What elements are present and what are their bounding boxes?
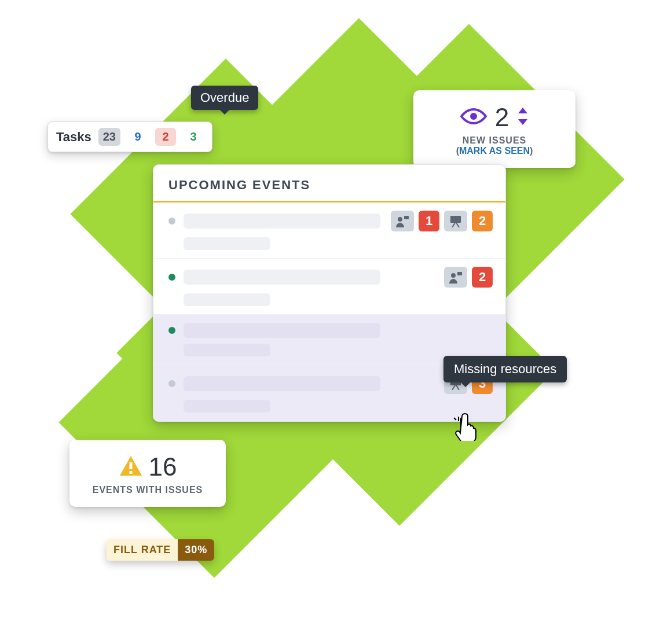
svg-rect-8 bbox=[129, 471, 132, 474]
sort-arrows-icon[interactable] bbox=[517, 106, 529, 128]
tasks-card[interactable]: Tasks 23 9 2 3 bbox=[47, 122, 212, 152]
status-dot bbox=[168, 327, 175, 334]
tasks-label: Tasks bbox=[56, 130, 91, 145]
eye-icon bbox=[460, 107, 487, 128]
event-row[interactable]: 2 bbox=[153, 259, 505, 315]
easel-icon[interactable] bbox=[444, 211, 467, 231]
fill-rate-label: FILL RATE bbox=[107, 539, 178, 561]
fill-rate-badge[interactable]: FILL RATE 30% bbox=[107, 539, 214, 561]
resource-badge-count: 2 bbox=[472, 211, 493, 231]
svg-point-1 bbox=[398, 217, 402, 222]
event-row[interactable]: 1 2 bbox=[153, 203, 505, 259]
tasks-count-green[interactable]: 3 bbox=[183, 128, 204, 146]
overdue-tooltip: Overdue bbox=[191, 86, 258, 110]
status-dot bbox=[168, 380, 175, 387]
svg-rect-7 bbox=[129, 462, 132, 469]
missing-resources-tooltip: Missing resources bbox=[443, 356, 567, 382]
person-speak-icon[interactable] bbox=[391, 211, 414, 231]
upcoming-events-card: UPCOMING EVENTS 1 2 bbox=[153, 164, 506, 422]
events-with-issues-card[interactable]: 16 EVENTS WITH ISSUES bbox=[69, 440, 226, 507]
status-dot bbox=[168, 218, 175, 225]
tasks-count-overdue[interactable]: 2 bbox=[155, 128, 176, 146]
svg-rect-5 bbox=[457, 272, 462, 275]
warning-triangle-icon bbox=[119, 455, 143, 479]
person-badge-count: 2 bbox=[472, 267, 493, 288]
events-issues-label: EVENTS WITH ISSUES bbox=[79, 485, 217, 495]
person-speak-icon[interactable] bbox=[444, 267, 467, 288]
event-subtitle-placeholder bbox=[184, 400, 270, 413]
status-dot bbox=[168, 274, 175, 281]
tasks-count-blue[interactable]: 9 bbox=[127, 128, 148, 146]
new-issues-subtext: (MARK AS SEEN) bbox=[424, 146, 565, 156]
tasks-count-all[interactable]: 23 bbox=[98, 128, 120, 146]
new-issues-card[interactable]: 2 NEW ISSUES (MARK AS SEEN) bbox=[413, 90, 575, 168]
svg-point-4 bbox=[451, 273, 456, 278]
event-title-placeholder bbox=[184, 323, 380, 338]
new-issues-label: NEW ISSUES bbox=[424, 135, 565, 146]
svg-rect-2 bbox=[404, 216, 409, 219]
event-title-placeholder bbox=[184, 270, 380, 285]
svg-rect-3 bbox=[450, 216, 461, 223]
event-subtitle-placeholder bbox=[184, 237, 270, 250]
upcoming-events-title: UPCOMING EVENTS bbox=[153, 165, 505, 201]
new-issues-count: 2 bbox=[495, 103, 509, 132]
fill-rate-value: 30% bbox=[178, 539, 214, 561]
events-issues-count: 16 bbox=[149, 452, 177, 481]
svg-point-0 bbox=[470, 113, 477, 120]
cursor-pointer-icon bbox=[453, 413, 478, 443]
event-subtitle-placeholder bbox=[184, 293, 270, 306]
event-title-placeholder bbox=[184, 376, 380, 391]
event-title-placeholder bbox=[184, 214, 380, 229]
event-subtitle-placeholder bbox=[184, 344, 270, 356]
person-badge-count: 1 bbox=[419, 211, 439, 231]
mark-as-seen-link[interactable]: MARK AS SEEN bbox=[459, 146, 530, 156]
